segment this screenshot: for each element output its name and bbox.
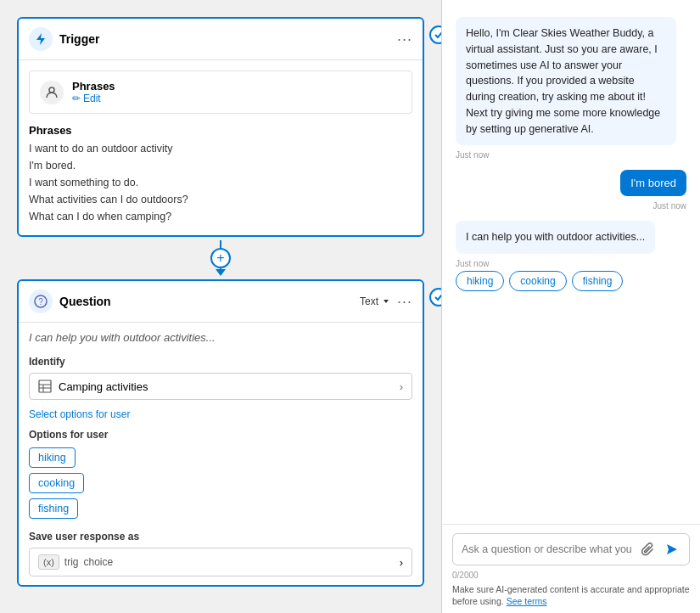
chat-input-row xyxy=(452,533,690,565)
save-response-chevron-icon: › xyxy=(400,556,403,569)
phrases-content: Phrases I want to do an outdoor activity… xyxy=(19,124,423,235)
chat-option-hiking[interactable]: hiking xyxy=(456,271,504,291)
right-panel: Hello, I'm Clear Skies Weather Buddy, a … xyxy=(442,0,700,613)
trigger-menu-button[interactable]: ··· xyxy=(397,31,412,47)
var-choice-name: choice xyxy=(84,556,114,568)
identify-selector[interactable]: Camping activities › xyxy=(29,373,412,400)
select-options-link[interactable]: Select options for user xyxy=(29,408,412,420)
identify-chevron-icon: › xyxy=(400,380,403,393)
phrases-person-icon xyxy=(40,81,64,104)
option-tags-list: hiking cooking fishing xyxy=(29,447,412,519)
question-preview-text: I can help you with outdoor activities..… xyxy=(29,331,412,344)
option-tag-fishing[interactable]: fishing xyxy=(29,498,78,519)
connector: + xyxy=(17,237,424,279)
trigger-check-badge xyxy=(429,25,441,44)
table-icon xyxy=(38,380,52,393)
connector-arrow xyxy=(216,269,226,276)
chat-option-cooking[interactable]: cooking xyxy=(509,271,566,291)
left-panel: Trigger ··· Phrases ✏ Edit Phrases xyxy=(0,0,441,613)
svg-text:?: ? xyxy=(38,297,43,306)
question-check-badge xyxy=(429,288,441,306)
timestamp-3: Just now xyxy=(456,259,489,268)
phrase-1: I want to do an outdoor activity xyxy=(29,140,412,157)
user-message-1: I'm bored xyxy=(620,170,686,196)
question-title: Question xyxy=(59,295,353,308)
question-menu-button[interactable]: ··· xyxy=(397,294,412,309)
chat-counter: 0/2000 xyxy=(452,571,690,580)
phrases-name: Phrases xyxy=(72,80,115,93)
trigger-card: Trigger ··· Phrases ✏ Edit Phrases xyxy=(17,17,424,237)
option-tag-cooking[interactable]: cooking xyxy=(29,473,84,493)
bot-message-1: Hello, I'm Clear Skies Weather Buddy, a … xyxy=(456,17,676,145)
chat-input-area: 0/2000 Make sure AI-generated content is… xyxy=(442,524,700,613)
question-card: ? Question Text ··· I can help you with … xyxy=(17,279,424,587)
question-type-label: Text xyxy=(360,295,378,307)
chat-footer-text: Make sure AI-generated content is accura… xyxy=(452,583,690,608)
save-response-selector[interactable]: (x) trig choice › xyxy=(29,548,412,576)
phrases-box: Phrases ✏ Edit xyxy=(29,70,412,114)
bot-message-wrapper-2: I can help you with outdoor activities..… xyxy=(456,221,686,291)
chat-option-fishing[interactable]: fishing xyxy=(572,271,624,291)
phrases-edit-link[interactable]: ✏ Edit xyxy=(72,93,115,104)
timestamp-2: Just now xyxy=(653,201,686,211)
see-terms-link[interactable]: See terms xyxy=(507,596,547,606)
var-x-badge: (x) xyxy=(38,554,59,570)
bot-message-wrapper-1: Hello, I'm Clear Skies Weather Buddy, a … xyxy=(456,17,686,160)
timestamp-1: Just now xyxy=(456,150,489,160)
bot-message-2: I can help you with outdoor activities..… xyxy=(456,221,655,254)
chat-options: hiking cooking fishing xyxy=(456,271,623,291)
user-message-wrapper-1: I'm bored Just now xyxy=(456,170,686,211)
trigger-icon xyxy=(29,27,53,51)
question-body: I can help you with outdoor activities..… xyxy=(19,323,423,585)
question-icon: ? xyxy=(29,290,53,313)
question-type-selector[interactable]: Text xyxy=(360,295,390,307)
option-tag-hiking[interactable]: hiking xyxy=(29,447,76,468)
phrase-4: What activities can I do outdoors? xyxy=(29,191,412,208)
question-card-header: ? Question Text ··· xyxy=(19,281,423,323)
phrases-heading: Phrases xyxy=(29,124,412,137)
identify-value: Camping activities xyxy=(59,380,393,393)
chat-input[interactable] xyxy=(462,543,633,555)
svg-rect-3 xyxy=(39,380,51,392)
phrase-5: What can I do when camping? xyxy=(29,208,412,225)
svg-point-0 xyxy=(49,87,54,93)
attach-button[interactable] xyxy=(640,541,657,558)
send-button[interactable] xyxy=(664,541,680,558)
save-response-label: Save user response as xyxy=(29,531,412,543)
var-trig-name: trig xyxy=(64,556,79,568)
options-label: Options for user xyxy=(29,429,412,441)
edit-pencil-icon: ✏ xyxy=(72,93,81,104)
trigger-card-header: Trigger ··· xyxy=(19,19,423,60)
trigger-title: Trigger xyxy=(59,32,390,46)
phrase-3: I want something to do. xyxy=(29,174,412,191)
identify-label: Identify xyxy=(29,356,412,368)
add-step-button[interactable]: + xyxy=(210,248,231,268)
chat-area: Hello, I'm Clear Skies Weather Buddy, a … xyxy=(442,0,700,524)
phrase-2: I'm bored. xyxy=(29,157,412,174)
